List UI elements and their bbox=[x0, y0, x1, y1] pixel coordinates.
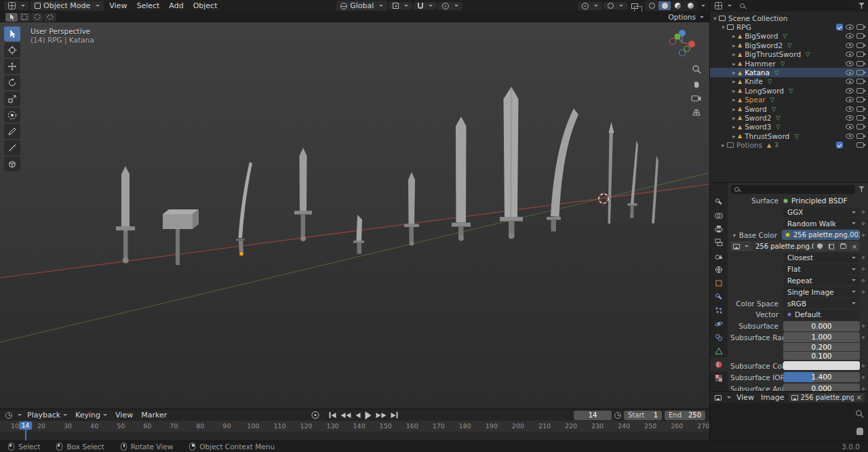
tab-physics[interactable] bbox=[710, 317, 728, 331]
tab-world[interactable] bbox=[710, 263, 728, 276]
outliner-row-object[interactable]: ▸ ▲ LongSword ▽ bbox=[710, 86, 868, 95]
extension-dropdown[interactable]: Repeat bbox=[783, 275, 860, 285]
disclosure-icon[interactable]: ▸ bbox=[730, 42, 738, 49]
collection-checkbox[interactable] bbox=[836, 24, 843, 30]
outliner-search-input[interactable] bbox=[736, 1, 855, 10]
select-mode-tweak-button[interactable] bbox=[5, 13, 18, 22]
unlink-button[interactable]: × bbox=[849, 241, 860, 251]
perspective-grid-icon[interactable] bbox=[692, 108, 701, 117]
frame-start-field[interactable]: Start1 bbox=[624, 411, 662, 420]
tool-cursor[interactable] bbox=[4, 43, 20, 58]
disable-render-icon[interactable] bbox=[856, 43, 864, 48]
menu-playback[interactable]: Playback bbox=[23, 411, 71, 419]
proportional-edit-dropdown[interactable] bbox=[438, 2, 462, 10]
tab-modifiers[interactable] bbox=[710, 290, 728, 304]
open-image-button[interactable] bbox=[837, 241, 848, 251]
xray-toggle[interactable] bbox=[631, 3, 638, 9]
subsurface-color-swatch[interactable] bbox=[783, 361, 860, 370]
outliner-row-scene-collection[interactable]: ▾ Scene Collection bbox=[710, 14, 868, 22]
surface-value[interactable]: Principled BSDF bbox=[791, 197, 848, 205]
next-keyframe-button[interactable] bbox=[376, 413, 387, 418]
shading-wireframe-button[interactable] bbox=[646, 1, 658, 10]
tool-measure[interactable] bbox=[4, 140, 20, 155]
decorator-dot[interactable] bbox=[860, 388, 867, 390]
select-mode-lasso-button[interactable] bbox=[44, 13, 56, 22]
frame-end-field[interactable]: End250 bbox=[665, 411, 705, 420]
decorator-dot[interactable] bbox=[860, 256, 867, 259]
properties-filter-icon[interactable] bbox=[859, 186, 865, 192]
decorator-dot[interactable] bbox=[860, 268, 867, 270]
decorator-dot[interactable] bbox=[860, 325, 867, 327]
subsurface-slider[interactable]: 0.000 bbox=[783, 321, 860, 331]
tab-object-data[interactable] bbox=[710, 344, 728, 358]
shading-dropdown[interactable] bbox=[701, 5, 705, 7]
snap-dropdown[interactable] bbox=[414, 2, 437, 9]
editor-type-button[interactable] bbox=[4, 1, 29, 10]
disclosure-icon[interactable]: ▸ bbox=[730, 60, 738, 67]
tool-add-cube[interactable] bbox=[4, 157, 20, 171]
menu-object[interactable]: Object bbox=[189, 1, 222, 10]
disclosure-icon[interactable]: ▾ bbox=[711, 15, 719, 22]
tab-output[interactable] bbox=[710, 222, 728, 236]
current-frame-field[interactable]: 14 bbox=[574, 411, 612, 420]
hide-viewport-icon[interactable] bbox=[846, 124, 854, 129]
navigation-gizmo[interactable] bbox=[666, 26, 698, 61]
duplicate-button[interactable] bbox=[826, 241, 837, 251]
base-color-link[interactable]: 256 palette.png.001 bbox=[782, 230, 860, 240]
orientation-dropdown[interactable]: Global bbox=[336, 1, 387, 11]
overlays-dropdown[interactable] bbox=[604, 2, 627, 9]
collection-checkbox[interactable] bbox=[836, 142, 843, 148]
tab-texture[interactable] bbox=[710, 371, 728, 385]
camera-view-icon[interactable] bbox=[691, 94, 701, 102]
disclosure-icon[interactable]: ▸ bbox=[730, 78, 738, 85]
shading-material-button[interactable] bbox=[671, 1, 684, 10]
hide-viewport-icon[interactable] bbox=[846, 115, 854, 121]
prev-keyframe-button[interactable] bbox=[341, 413, 351, 418]
decorator-dot[interactable] bbox=[860, 365, 867, 367]
select-mode-circle-button[interactable] bbox=[31, 13, 43, 22]
outliner-row-object[interactable]: ▸ ▲ Sword ▽ bbox=[710, 104, 868, 113]
decorator-dot[interactable] bbox=[860, 291, 867, 293]
disable-render-icon[interactable] bbox=[856, 79, 864, 84]
image-browse-button[interactable] bbox=[730, 241, 751, 251]
tool-move[interactable] bbox=[4, 59, 20, 74]
subsurface-ior-slider[interactable]: 1.400 bbox=[783, 372, 860, 382]
subsurface-radius-x[interactable]: 1.000 bbox=[783, 332, 860, 342]
disable-render-icon[interactable] bbox=[856, 61, 864, 66]
projection-dropdown[interactable]: Flat bbox=[783, 264, 860, 274]
disclosure-icon[interactable]: ▸ bbox=[730, 123, 738, 130]
decorator-dot[interactable] bbox=[860, 279, 867, 282]
tab-render[interactable] bbox=[710, 209, 728, 222]
fake-user-button[interactable] bbox=[814, 241, 825, 251]
hide-viewport-icon[interactable] bbox=[846, 133, 854, 139]
interpolation-dropdown[interactable]: Closest bbox=[783, 253, 860, 263]
hide-viewport-icon[interactable] bbox=[846, 52, 854, 57]
tool-annotate[interactable] bbox=[4, 124, 20, 139]
subsurface-aniso-slider[interactable]: 0.000 bbox=[783, 384, 860, 391]
disable-render-icon[interactable] bbox=[856, 24, 864, 30]
hide-viewport-icon[interactable] bbox=[846, 24, 854, 30]
disable-render-icon[interactable] bbox=[856, 124, 864, 129]
disclosure-icon[interactable]: ▾ bbox=[719, 24, 727, 30]
tab-material[interactable] bbox=[710, 358, 728, 371]
select-mode-box-button[interactable] bbox=[18, 13, 31, 22]
disclosure-icon[interactable]: ▸ bbox=[730, 33, 738, 39]
distribution-dropdown[interactable]: GGX bbox=[783, 207, 860, 218]
tab-object[interactable] bbox=[710, 276, 728, 290]
disable-render-icon[interactable] bbox=[856, 115, 864, 121]
outliner-row-object[interactable]: ▸ ▲ Sword3 ▽ bbox=[710, 123, 868, 131]
menu-keying[interactable]: Keying bbox=[71, 411, 111, 419]
image-datablock-field[interactable]: 256 palette.png × bbox=[789, 393, 865, 402]
menu-marker[interactable]: Marker bbox=[137, 411, 171, 419]
color-space-dropdown[interactable]: sRGB bbox=[783, 298, 860, 308]
timeline-editor-type-button[interactable] bbox=[4, 411, 23, 419]
disclosure-icon[interactable]: ▸ bbox=[730, 96, 738, 103]
auto-keying-toggle[interactable] bbox=[312, 411, 319, 419]
disable-render-icon[interactable] bbox=[856, 97, 864, 102]
tab-scene[interactable] bbox=[710, 249, 728, 263]
subsurface-method-dropdown[interactable]: Random Walk bbox=[783, 218, 860, 228]
outliner-row-collection-potions[interactable]: ▸ Potions ▲ 3 bbox=[710, 140, 868, 149]
menu-image[interactable]: Image bbox=[758, 393, 787, 402]
menu-select[interactable]: Select bbox=[132, 1, 163, 10]
zoom-icon[interactable] bbox=[692, 64, 701, 74]
